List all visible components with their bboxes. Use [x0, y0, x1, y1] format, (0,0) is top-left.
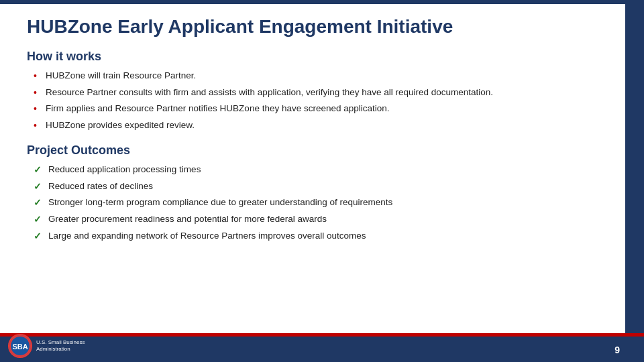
svg-text:SBA: SBA: [12, 343, 28, 351]
list-item: Greater procurement readiness and potent…: [34, 213, 617, 226]
list-item: HUBZone provides expedited review.: [34, 119, 617, 132]
project-outcomes-list: Reduced application processing times Red…: [27, 163, 617, 242]
list-item: Resource Partner consults with firm and …: [34, 86, 617, 99]
how-it-works-heading: How it works: [27, 50, 617, 64]
sba-emblem: SBA: [8, 334, 32, 358]
right-bar: [625, 0, 644, 362]
list-item: Stronger long-term program compliance du…: [34, 196, 617, 209]
list-item: HUBZone will train Resource Partner.: [34, 69, 617, 82]
sba-logo: SBA U.S. Small Business Administration: [8, 334, 85, 358]
agency-line2: Administration: [36, 346, 85, 353]
project-outcomes-heading: Project Outcomes: [27, 143, 617, 158]
page-number: 9: [614, 345, 620, 355]
sba-text-block: U.S. Small Business Administration: [36, 339, 85, 352]
bottom-bar: SBA U.S. Small Business Administration: [0, 337, 644, 362]
top-border: [0, 0, 644, 4]
slide-title: HUBZone Early Applicant Engagement Initi…: [27, 16, 617, 38]
list-item: Firm applies and Resource Partner notifi…: [34, 102, 617, 115]
agency-line1: U.S. Small Business: [36, 339, 85, 346]
how-it-works-list: HUBZone will train Resource Partner. Res…: [27, 69, 617, 131]
list-item: Reduced application processing times: [34, 163, 617, 176]
main-content: HUBZone Early Applicant Engagement Initi…: [27, 9, 617, 328]
slide-container: SBA U.S. Small Business Administration 9…: [0, 0, 644, 362]
list-item: Reduced rates of declines: [34, 180, 617, 193]
list-item: Large and expanding network of Resource …: [34, 229, 617, 243]
